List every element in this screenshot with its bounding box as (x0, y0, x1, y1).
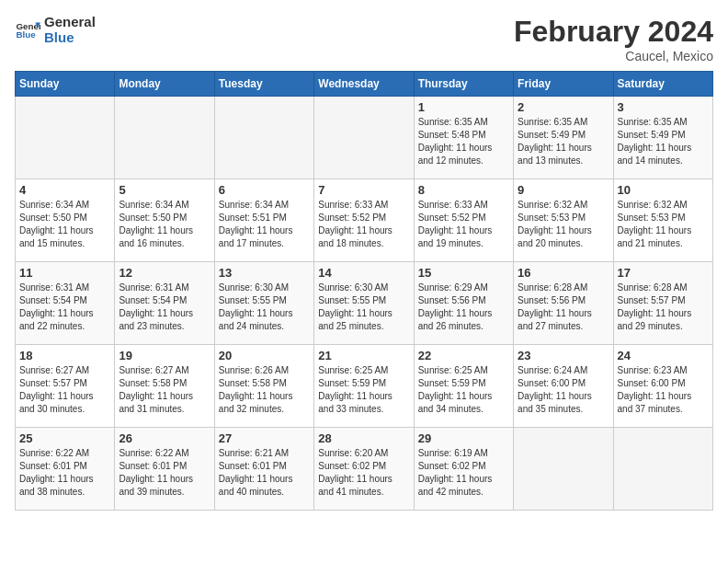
day-number: 16 (518, 266, 609, 280)
calendar-cell: 17Sunrise: 6:28 AMSunset: 5:57 PMDayligh… (613, 262, 712, 345)
day-number: 3 (618, 100, 709, 114)
calendar-cell (314, 97, 414, 179)
calendar-cell: 18Sunrise: 6:27 AMSunset: 5:57 PMDayligh… (16, 345, 115, 428)
calendar-cell: 15Sunrise: 6:29 AMSunset: 5:56 PMDayligh… (414, 262, 513, 345)
day-number: 22 (418, 349, 509, 362)
day-number: 18 (19, 349, 110, 362)
column-header-monday: Monday (115, 72, 214, 97)
calendar-cell: 26Sunrise: 6:22 AMSunset: 6:01 PMDayligh… (115, 428, 214, 511)
calendar-cell: 11Sunrise: 6:31 AMSunset: 5:54 PMDayligh… (16, 262, 115, 345)
day-number: 12 (119, 266, 210, 280)
day-info: Sunrise: 6:32 AMSunset: 5:53 PMDaylight:… (618, 199, 709, 250)
calendar-cell: 27Sunrise: 6:21 AMSunset: 6:01 PMDayligh… (214, 428, 313, 511)
generalblue-logo-icon: General Blue (15, 17, 40, 43)
calendar-cell: 29Sunrise: 6:19 AMSunset: 6:02 PMDayligh… (414, 428, 513, 511)
column-header-thursday: Thursday (414, 72, 513, 97)
calendar-table: SundayMondayTuesdayWednesdayThursdayFrid… (15, 71, 713, 511)
day-number: 11 (19, 266, 110, 280)
day-info: Sunrise: 6:30 AMSunset: 5:55 PMDaylight:… (318, 282, 409, 333)
calendar-cell: 8Sunrise: 6:33 AMSunset: 5:52 PMDaylight… (414, 179, 513, 262)
column-header-saturday: Saturday (613, 72, 712, 97)
day-info: Sunrise: 6:34 AMSunset: 5:51 PMDaylight:… (219, 199, 310, 250)
calendar-cell: 21Sunrise: 6:25 AMSunset: 5:59 PMDayligh… (314, 345, 414, 428)
day-number: 9 (518, 183, 609, 197)
logo-blue-text: Blue (44, 30, 96, 46)
day-info: Sunrise: 6:25 AMSunset: 5:59 PMDaylight:… (318, 364, 409, 416)
day-info: Sunrise: 6:28 AMSunset: 5:57 PMDaylight:… (618, 282, 709, 333)
day-number: 25 (19, 431, 110, 445)
day-info: Sunrise: 6:31 AMSunset: 5:54 PMDaylight:… (19, 282, 110, 333)
day-info: Sunrise: 6:24 AMSunset: 6:00 PMDaylight:… (518, 364, 609, 416)
day-number: 28 (318, 431, 409, 445)
calendar-cell (514, 428, 613, 511)
calendar-cell: 10Sunrise: 6:32 AMSunset: 5:53 PMDayligh… (613, 179, 712, 262)
day-info: Sunrise: 6:30 AMSunset: 5:55 PMDaylight:… (219, 282, 310, 333)
header: General Blue General Blue February 2024 … (15, 15, 713, 63)
calendar-cell (115, 97, 214, 179)
day-info: Sunrise: 6:35 AMSunset: 5:49 PMDaylight:… (518, 116, 609, 167)
day-number: 26 (119, 431, 210, 445)
day-info: Sunrise: 6:22 AMSunset: 6:01 PMDaylight:… (19, 447, 110, 499)
calendar-cell (16, 97, 115, 179)
calendar-week-1: 1Sunrise: 6:35 AMSunset: 5:48 PMDaylight… (16, 97, 713, 179)
day-info: Sunrise: 6:25 AMSunset: 5:59 PMDaylight:… (418, 364, 509, 416)
calendar-cell: 22Sunrise: 6:25 AMSunset: 5:59 PMDayligh… (414, 345, 513, 428)
day-number: 17 (618, 266, 709, 280)
day-info: Sunrise: 6:27 AMSunset: 5:57 PMDaylight:… (19, 364, 110, 416)
day-number: 21 (318, 349, 409, 362)
calendar-week-2: 4Sunrise: 6:34 AMSunset: 5:50 PMDaylight… (16, 179, 713, 262)
calendar-cell: 20Sunrise: 6:26 AMSunset: 5:58 PMDayligh… (214, 345, 313, 428)
column-header-friday: Friday (514, 72, 613, 97)
day-number: 24 (618, 349, 709, 362)
svg-text:Blue: Blue (16, 29, 36, 40)
day-info: Sunrise: 6:21 AMSunset: 6:01 PMDaylight:… (219, 447, 310, 499)
day-info: Sunrise: 6:28 AMSunset: 5:56 PMDaylight:… (518, 282, 609, 333)
day-number: 6 (219, 183, 310, 197)
day-number: 4 (19, 183, 110, 197)
day-number: 29 (418, 431, 509, 445)
column-header-tuesday: Tuesday (214, 72, 313, 97)
calendar-week-5: 25Sunrise: 6:22 AMSunset: 6:01 PMDayligh… (16, 428, 713, 511)
day-number: 23 (518, 349, 609, 362)
calendar-cell: 5Sunrise: 6:34 AMSunset: 5:50 PMDaylight… (115, 179, 214, 262)
calendar-cell: 19Sunrise: 6:27 AMSunset: 5:58 PMDayligh… (115, 345, 214, 428)
day-number: 2 (518, 100, 609, 114)
day-info: Sunrise: 6:20 AMSunset: 6:02 PMDaylight:… (318, 447, 409, 499)
day-info: Sunrise: 6:34 AMSunset: 5:50 PMDaylight:… (119, 199, 210, 250)
calendar-cell: 24Sunrise: 6:23 AMSunset: 6:00 PMDayligh… (613, 345, 712, 428)
calendar-week-4: 18Sunrise: 6:27 AMSunset: 5:57 PMDayligh… (16, 345, 713, 428)
day-number: 5 (119, 183, 210, 197)
day-info: Sunrise: 6:32 AMSunset: 5:53 PMDaylight:… (518, 199, 609, 250)
calendar-cell: 6Sunrise: 6:34 AMSunset: 5:51 PMDaylight… (214, 179, 313, 262)
calendar-cell: 23Sunrise: 6:24 AMSunset: 6:00 PMDayligh… (514, 345, 613, 428)
title-area: February 2024 Caucel, Mexico (514, 15, 713, 63)
logo-general-text: General (44, 15, 96, 30)
logo: General Blue General Blue (15, 15, 96, 45)
day-number: 14 (318, 266, 409, 280)
calendar-cell: 13Sunrise: 6:30 AMSunset: 5:55 PMDayligh… (214, 262, 313, 345)
day-number: 19 (119, 349, 210, 362)
day-info: Sunrise: 6:34 AMSunset: 5:50 PMDaylight:… (19, 199, 110, 250)
day-info: Sunrise: 6:19 AMSunset: 6:02 PMDaylight:… (418, 447, 509, 499)
day-number: 8 (418, 183, 509, 197)
day-info: Sunrise: 6:35 AMSunset: 5:48 PMDaylight:… (418, 116, 509, 167)
column-header-sunday: Sunday (16, 72, 115, 97)
calendar-cell: 9Sunrise: 6:32 AMSunset: 5:53 PMDaylight… (514, 179, 613, 262)
calendar-cell: 28Sunrise: 6:20 AMSunset: 6:02 PMDayligh… (314, 428, 414, 511)
calendar-cell: 3Sunrise: 6:35 AMSunset: 5:49 PMDaylight… (613, 97, 712, 179)
day-info: Sunrise: 6:29 AMSunset: 5:56 PMDaylight:… (418, 282, 509, 333)
calendar-header-row: SundayMondayTuesdayWednesdayThursdayFrid… (16, 72, 713, 97)
day-number: 7 (318, 183, 409, 197)
calendar-cell: 2Sunrise: 6:35 AMSunset: 5:49 PMDaylight… (514, 97, 613, 179)
day-info: Sunrise: 6:23 AMSunset: 6:00 PMDaylight:… (618, 364, 709, 416)
calendar-subtitle: Caucel, Mexico (514, 49, 713, 63)
calendar-cell: 14Sunrise: 6:30 AMSunset: 5:55 PMDayligh… (314, 262, 414, 345)
calendar-cell: 16Sunrise: 6:28 AMSunset: 5:56 PMDayligh… (514, 262, 613, 345)
day-info: Sunrise: 6:22 AMSunset: 6:01 PMDaylight:… (119, 447, 210, 499)
calendar-cell: 25Sunrise: 6:22 AMSunset: 6:01 PMDayligh… (16, 428, 115, 511)
calendar-cell: 7Sunrise: 6:33 AMSunset: 5:52 PMDaylight… (314, 179, 414, 262)
calendar-week-3: 11Sunrise: 6:31 AMSunset: 5:54 PMDayligh… (16, 262, 713, 345)
day-info: Sunrise: 6:27 AMSunset: 5:58 PMDaylight:… (119, 364, 210, 416)
calendar-cell: 1Sunrise: 6:35 AMSunset: 5:48 PMDaylight… (414, 97, 513, 179)
calendar-cell: 4Sunrise: 6:34 AMSunset: 5:50 PMDaylight… (16, 179, 115, 262)
